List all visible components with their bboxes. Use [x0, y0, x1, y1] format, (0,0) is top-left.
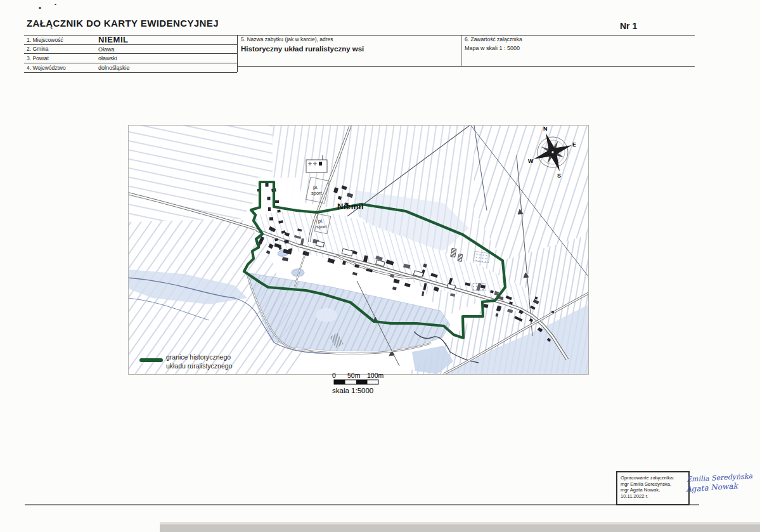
svg-text:sport.: sport.: [316, 224, 328, 230]
compass-e-label: E: [572, 141, 576, 148]
field-value-nazwa-zabytku: Historyczny układ ruralistyczny wsi: [241, 45, 364, 53]
table-rule: [24, 53, 237, 54]
table-rule: [461, 35, 461, 66]
field-value-gmina: Oława: [98, 46, 115, 53]
page-title: ZAŁĄCZNIK DO KARTY EWIDENCYJNEJ: [27, 18, 219, 29]
field-label-powiat: 3. Powiat: [27, 56, 49, 62]
field-value-powiat: oławski: [98, 55, 117, 62]
field-label-zawartosc: 6. Zawartość załącznika: [465, 37, 522, 43]
credits-line: Opracowanie załącznika:: [621, 475, 686, 481]
svg-text:pl.: pl.: [318, 218, 323, 224]
table-rule: [24, 72, 237, 73]
field-label-wojewodztwo: 4. Województwo: [27, 65, 66, 72]
scale-bar: 0 50m 100m skala 1:5000: [332, 372, 384, 394]
scale-caption: skala 1:5000: [332, 387, 373, 394]
svg-text:50m: 50m: [347, 372, 361, 379]
scan-speck: [39, 7, 41, 9]
credits-box: Opracowanie załącznika: mgr Emilia Sered…: [616, 471, 690, 505]
handwritten-signature-1: Emilia Seredyńska: [686, 472, 753, 483]
table-rule: [24, 44, 237, 45]
field-value-zawartosc: Mapa w skali 1 : 5000: [465, 45, 520, 51]
table-rule: [24, 63, 237, 63]
field-value-wojewodztwo: dolnośląskie: [98, 65, 130, 71]
credits-line: mgr Emilia Seredyńska,: [621, 481, 686, 488]
compass-s-label: S: [557, 172, 561, 179]
table-rule: [237, 66, 695, 67]
legend-text-line1: granice historycznego: [166, 353, 231, 361]
field-value-miejscowosc: NIEMIL: [98, 36, 129, 45]
svg-text:100m: 100m: [367, 372, 384, 379]
credits-line: mgr Agata Nowak,: [621, 487, 686, 493]
table-rule: [237, 35, 238, 72]
svg-text:0: 0: [332, 372, 336, 379]
field-label-nazwa-zabytku: 5. Nazwa zabytku (jak w karcie), adres: [241, 37, 333, 43]
map-content: [128, 125, 589, 375]
credits-line: 10.11.2022 r.: [621, 493, 686, 500]
scan-edge-shadow: [160, 524, 760, 532]
scanned-document-page: ZAŁĄCZNIK DO KARTY EWIDENCYJNEJ Nr 1 1. …: [0, 0, 760, 532]
footer-rule: [25, 504, 699, 505]
svg-text:pl.: pl.: [313, 185, 318, 190]
village-name-label: Niemil: [337, 202, 364, 211]
field-label-gmina: 2. Gmina: [27, 46, 49, 53]
legend-text-line2: układu ruralistycznego: [166, 362, 233, 370]
village-map: N E S W Niemil pl. sport. pl. sport. gra…: [126, 124, 591, 396]
svg-text:sport.: sport.: [311, 190, 323, 196]
scan-speck: [55, 4, 56, 5]
attachment-number: Nr 1: [620, 21, 637, 31]
field-label-miejscowosc: 1. Miejscowość: [27, 37, 63, 44]
compass-n-label: N: [543, 126, 548, 132]
orchard: [473, 251, 490, 263]
compass-w-label: W: [528, 158, 534, 164]
